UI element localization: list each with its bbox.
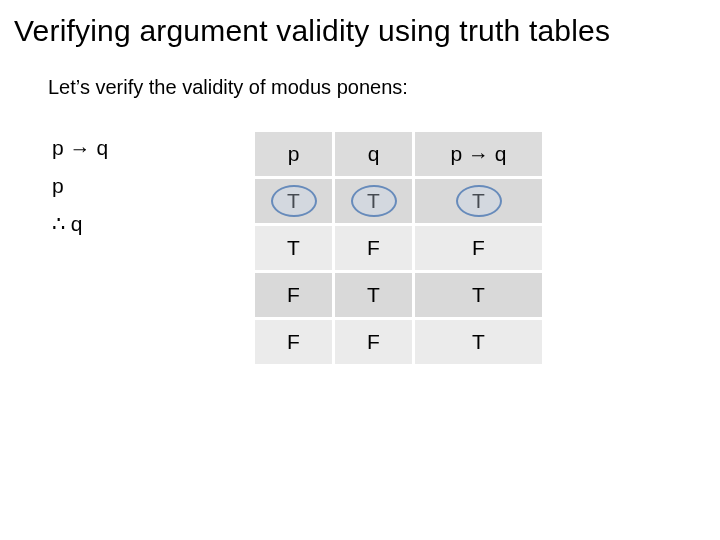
premise-2: p (52, 167, 142, 205)
table-row: F T T (254, 272, 544, 319)
truth-table: p q p → q T T (252, 129, 545, 367)
therefore-icon: ∴ (52, 212, 65, 235)
slide: Verifying argument validity using truth … (0, 0, 720, 540)
arrow-icon: → (468, 143, 489, 166)
cell-value: T (287, 189, 300, 212)
table-row: T F F (254, 225, 544, 272)
cell-p: T (254, 225, 334, 272)
cell-q: T (334, 272, 414, 319)
cell-pq: F (414, 225, 544, 272)
col-header-p-implies-q: p → q (414, 131, 544, 178)
cell-p: F (254, 319, 334, 366)
cell-value: T (367, 189, 380, 212)
cell-pq: T (414, 178, 544, 225)
argument-block: p → q p ∴ q (52, 129, 142, 242)
table-header-row: p q p → q (254, 131, 544, 178)
cell-p: F (254, 272, 334, 319)
page-title: Verifying argument validity using truth … (12, 14, 708, 48)
col-header-pq-p: p (450, 142, 462, 165)
cell-q: T (334, 178, 414, 225)
conclusion: ∴ q (52, 205, 142, 243)
arrow-icon: → (70, 137, 91, 160)
cell-pq: T (414, 272, 544, 319)
cell-pq: T (414, 319, 544, 366)
cell-q: F (334, 225, 414, 272)
table-row: T T T (254, 178, 544, 225)
cell-q: F (334, 319, 414, 366)
cell-value: T (472, 189, 485, 212)
conclusion-q: q (71, 212, 83, 235)
premise-1-q: q (96, 136, 108, 159)
col-header-p: p (254, 131, 334, 178)
col-header-pq-q: q (495, 142, 507, 165)
premise-1: p → q (52, 129, 142, 167)
table-row: F F T (254, 319, 544, 366)
content-row: p → q p ∴ q p q p → q (52, 129, 708, 367)
premise-1-p: p (52, 136, 64, 159)
intro-text: Let’s verify the validity of modus ponen… (48, 76, 708, 99)
col-header-q: q (334, 131, 414, 178)
cell-p: T (254, 178, 334, 225)
